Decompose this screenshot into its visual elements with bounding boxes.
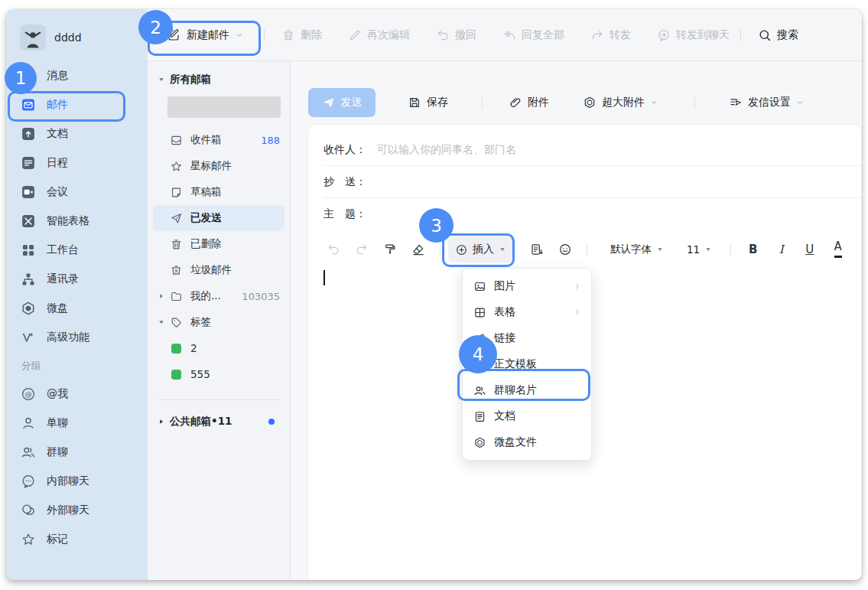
folder-spam[interactable]: 垃圾邮件 bbox=[148, 257, 290, 283]
toolbar-actions: 删除 再次编辑 撤回 回复全部 转发 转发到聊天 bbox=[281, 28, 730, 42]
font-family-select[interactable]: 默认字体 bbox=[610, 243, 664, 256]
sidebar-item-group-chat[interactable]: 群聊 bbox=[6, 438, 148, 467]
tag-item[interactable]: 555 bbox=[148, 361, 290, 387]
user-name: dddd bbox=[54, 31, 82, 44]
tag-color-swatch bbox=[171, 370, 181, 380]
menu-item-label: 图片 bbox=[494, 279, 515, 293]
italic-button[interactable]: I bbox=[767, 238, 795, 261]
sidebar-item-drive[interactable]: 微盘 bbox=[6, 294, 148, 323]
undo-button[interactable] bbox=[319, 238, 347, 261]
menu-item-group-card[interactable]: 群聊名片 bbox=[463, 377, 591, 403]
sidebar-item-contacts[interactable]: 通讯录 bbox=[6, 265, 148, 294]
menu-item-table[interactable]: 表格 bbox=[463, 299, 591, 325]
sidebar-item-label: 标记 bbox=[47, 533, 68, 546]
redo-button[interactable] bbox=[347, 238, 375, 261]
menu-item-template[interactable]: 正文模板 bbox=[463, 351, 591, 377]
submenu-chevron-icon bbox=[573, 282, 582, 291]
folder-my[interactable]: 我的...103035 bbox=[148, 283, 290, 309]
chat-icon bbox=[21, 68, 36, 83]
cc-field[interactable]: 抄 送： bbox=[323, 166, 861, 198]
template-icon bbox=[473, 358, 486, 371]
folder-sent[interactable]: 已发送 bbox=[153, 205, 284, 231]
attachment-button[interactable]: 附件 bbox=[509, 96, 549, 109]
clear-format-button[interactable] bbox=[404, 238, 432, 261]
folder-tags[interactable]: 标签 bbox=[148, 309, 290, 335]
underline-button[interactable]: U bbox=[795, 238, 824, 261]
save-button[interactable]: 保存 bbox=[408, 96, 448, 109]
font-color-button[interactable]: A bbox=[824, 238, 852, 261]
insert-label: 插入 bbox=[473, 243, 494, 256]
sidebar-item-calendar[interactable]: 日程 bbox=[6, 148, 148, 178]
emoji-button[interactable] bbox=[551, 238, 579, 261]
search-button[interactable]: 搜索 bbox=[758, 28, 798, 42]
folder-label: 垃圾邮件 bbox=[190, 263, 232, 277]
sidebar-item-external-chat[interactable]: 外部聊天 bbox=[6, 496, 148, 525]
insert-template-button[interactable] bbox=[522, 238, 551, 261]
compose-toolbar-divider bbox=[694, 96, 695, 109]
send-button[interactable]: 发送 bbox=[308, 88, 375, 117]
groups-section-label: 分组 bbox=[6, 352, 148, 380]
send-label: 发送 bbox=[341, 96, 362, 109]
menu-item-doc[interactable]: 文档 bbox=[463, 403, 591, 429]
font-size-select[interactable]: 11 bbox=[687, 243, 712, 256]
edit-again-button[interactable]: 再次编辑 bbox=[348, 28, 410, 42]
sidebar-item-workbench[interactable]: 工作台 bbox=[6, 236, 148, 265]
drive-icon bbox=[21, 301, 36, 316]
chevron-down-icon bbox=[796, 99, 804, 106]
insert-button[interactable]: 插入 bbox=[448, 236, 513, 262]
inbox-icon bbox=[170, 134, 183, 147]
caret-right-icon[interactable] bbox=[158, 292, 165, 300]
reply-all-button[interactable]: 回复全部 bbox=[502, 28, 564, 42]
recipient-field[interactable]: 收件人： 可以输入你的同事名、部门名 bbox=[323, 134, 861, 166]
mail-icon bbox=[21, 97, 36, 112]
avatar-image-icon bbox=[20, 24, 46, 51]
delete-button[interactable]: 删除 bbox=[281, 28, 322, 42]
caret-right-icon[interactable] bbox=[158, 418, 165, 425]
sidebar-item-messages[interactable]: 消息 bbox=[6, 61, 148, 90]
compose-area: 发送 保存 附件 超大附件 发信设置 收件人： 可以输入你的同事名、部门名 抄 … bbox=[291, 61, 862, 580]
recall-button[interactable]: 撤回 bbox=[436, 28, 476, 42]
sidebar-item-internal-chat[interactable]: 内部聊天 bbox=[6, 467, 148, 496]
subject-field[interactable]: 主 题： bbox=[323, 198, 861, 230]
table-icon bbox=[473, 306, 486, 319]
sidebar-item-meeting[interactable]: 会议 bbox=[6, 178, 148, 207]
chevron-down-icon bbox=[236, 31, 243, 39]
menu-item-image[interactable]: 图片 bbox=[463, 273, 591, 299]
user-avatar[interactable] bbox=[20, 24, 46, 51]
recipient-label: 收件人： bbox=[323, 143, 366, 157]
folder-drafts[interactable]: 草稿箱 bbox=[148, 179, 290, 205]
menu-item-drive-file[interactable]: 微盘文件 bbox=[463, 429, 591, 455]
forward-button[interactable]: 转发 bbox=[590, 28, 631, 42]
drive-file-icon bbox=[473, 436, 486, 449]
all-mailboxes-row[interactable]: 所有邮箱 bbox=[148, 72, 290, 87]
menu-item-link[interactable]: 链接 bbox=[463, 325, 591, 351]
send-settings-button[interactable]: 发信设置 bbox=[729, 96, 804, 109]
sidebar-item-label: 高级功能 bbox=[47, 331, 89, 344]
sidebar-item-mail[interactable]: 邮件 bbox=[6, 90, 148, 119]
send-plane-icon bbox=[322, 96, 336, 109]
new-mail-button[interactable]: 新建邮件 bbox=[157, 20, 253, 51]
sidebar-item-docs[interactable]: 文档 bbox=[6, 119, 148, 148]
caret-down-icon[interactable] bbox=[158, 318, 165, 326]
folder-inbox[interactable]: 收件箱188 bbox=[148, 127, 290, 153]
forward-to-chat-button[interactable]: 转发到聊天 bbox=[657, 28, 730, 42]
sidebar-item-at-me[interactable]: @@我 bbox=[6, 380, 148, 409]
public-mailbox-row[interactable]: 公共邮箱•11 bbox=[148, 412, 290, 431]
sidebar-item-single-chat[interactable]: 单聊 bbox=[6, 409, 148, 438]
folder-deleted[interactable]: 已删除 bbox=[148, 231, 290, 257]
person-icon bbox=[21, 416, 36, 431]
tag-item[interactable]: 2 bbox=[148, 335, 290, 361]
bold-button[interactable]: B bbox=[739, 238, 767, 261]
sidebar-item-flagged[interactable]: 标记 bbox=[6, 525, 148, 554]
public-mailbox-label: 公共邮箱•11 bbox=[170, 415, 232, 429]
large-attachment-button[interactable]: 超大附件 bbox=[583, 96, 658, 109]
sidebar-item-advanced[interactable]: 高级功能 bbox=[6, 323, 148, 352]
format-painter-button[interactable] bbox=[375, 238, 404, 261]
user-row[interactable]: dddd bbox=[6, 9, 148, 61]
folder-starred[interactable]: 星标邮件 bbox=[148, 153, 290, 179]
sidebar-item-label: 工作台 bbox=[47, 243, 79, 257]
caret-down-icon bbox=[158, 76, 165, 83]
tag-label: 2 bbox=[190, 342, 197, 354]
large-attachment-label: 超大附件 bbox=[602, 96, 645, 109]
sidebar-item-sheet[interactable]: 智能表格 bbox=[6, 207, 148, 236]
